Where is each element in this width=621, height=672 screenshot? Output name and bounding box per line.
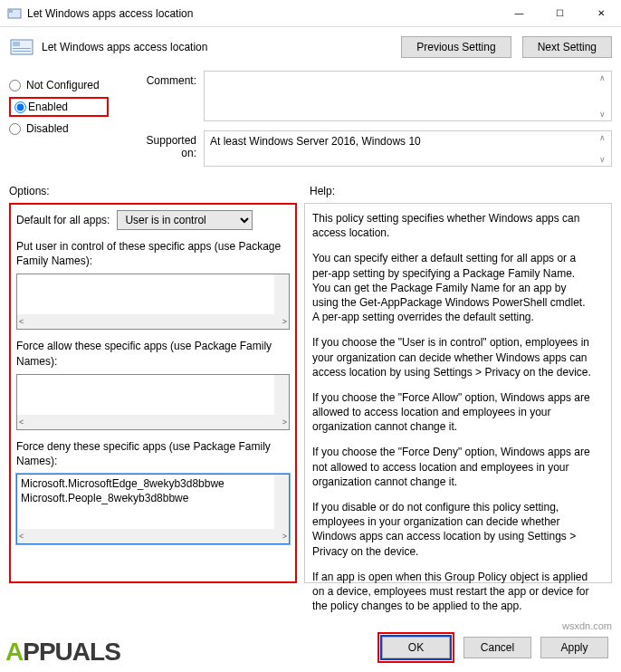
- svg-rect-5: [13, 51, 31, 52]
- maximize-button[interactable]: ☐: [540, 0, 580, 26]
- policy-icon: [9, 34, 34, 60]
- options-panel: Default for all apps: User is in control…: [9, 203, 297, 583]
- policy-title: Let Windows apps access location: [42, 41, 401, 53]
- minimize-button[interactable]: —: [499, 0, 540, 26]
- help-panel: This policy setting specifies whether Wi…: [304, 203, 612, 583]
- force-deny-label: Force deny these specific apps (use Pack…: [16, 439, 290, 468]
- scrollbar-horizontal[interactable]: <>: [17, 314, 289, 329]
- help-text: If you choose the "User is in control" o…: [312, 335, 593, 379]
- scrollbar-vertical[interactable]: [274, 475, 289, 529]
- watermark-brand: APPUALS: [5, 638, 120, 667]
- supported-label: Supported on:: [136, 130, 204, 167]
- supported-field: At least Windows Server 2016, Windows 10…: [204, 130, 612, 167]
- scrollbar-horizontal[interactable]: <>: [17, 415, 289, 429]
- put-user-label: Put user in control of these specific ap…: [16, 239, 290, 268]
- not-configured-radio[interactable]: [9, 80, 21, 91]
- svg-rect-3: [13, 42, 20, 46]
- help-text: You can specify either a default setting…: [312, 251, 593, 324]
- titlebar: Let Windows apps access location — ☐ ✕: [0, 0, 621, 27]
- help-text: If you disable or do not configure this …: [312, 500, 593, 559]
- policy-title-icon: [7, 6, 22, 21]
- comment-field[interactable]: ∧∨: [204, 71, 612, 121]
- enabled-radio[interactable]: [14, 101, 26, 113]
- help-text: If you choose the "Force Deny" option, W…: [312, 445, 593, 489]
- previous-setting-button[interactable]: Previous Setting: [401, 36, 511, 58]
- help-section-label: Help:: [310, 185, 335, 197]
- svg-rect-1: [9, 10, 13, 13]
- scrollbar-vertical[interactable]: [274, 274, 289, 314]
- scrollbar-vertical[interactable]: ∧∨: [595, 73, 609, 119]
- default-for-all-label: Default for all apps:: [16, 214, 110, 226]
- comment-label: Comment:: [136, 71, 204, 121]
- close-button[interactable]: ✕: [580, 0, 621, 26]
- disabled-label: Disabled: [26, 122, 69, 135]
- force-allow-listbox[interactable]: <>: [16, 374, 290, 430]
- window-controls: — ☐ ✕: [499, 0, 621, 26]
- options-section-label: Options:: [9, 185, 310, 197]
- svg-rect-4: [13, 48, 31, 49]
- apply-button[interactable]: Apply: [540, 637, 608, 658]
- scrollbar-vertical[interactable]: ∧∨: [595, 133, 609, 164]
- force-deny-listbox[interactable]: Microsoft.MicrosoftEdge_8wekyb3d8bbwe Mi…: [16, 474, 290, 544]
- not-configured-label: Not Configured: [26, 79, 100, 91]
- state-radios: Not Configured Enabled Disabled: [9, 71, 136, 176]
- enabled-label: Enabled: [28, 101, 68, 113]
- help-text: If an app is open when this Group Policy…: [312, 570, 593, 614]
- window-title: Let Windows apps access location: [27, 7, 499, 20]
- scrollbar-horizontal[interactable]: <>: [17, 529, 289, 543]
- watermark-site: wsxdn.com: [562, 620, 612, 631]
- header-row: Let Windows apps access location Previou…: [0, 27, 621, 71]
- default-for-all-select[interactable]: User is in control: [117, 210, 253, 230]
- scrollbar-vertical[interactable]: [274, 375, 289, 415]
- help-text: If you choose the "Force Allow" option, …: [312, 390, 593, 435]
- config-area: Not Configured Enabled Disabled Comment:…: [0, 71, 621, 181]
- force-allow-label: Force allow these specific apps (use Pac…: [16, 339, 290, 368]
- disabled-radio[interactable]: [9, 123, 21, 135]
- put-user-listbox[interactable]: <>: [16, 274, 290, 330]
- cancel-button[interactable]: Cancel: [463, 637, 531, 658]
- dialog-buttons: OK Cancel Apply: [377, 632, 608, 663]
- help-text: This policy setting specifies whether Wi…: [312, 211, 593, 240]
- next-setting-button[interactable]: Next Setting: [522, 36, 612, 58]
- ok-button[interactable]: OK: [382, 637, 450, 658]
